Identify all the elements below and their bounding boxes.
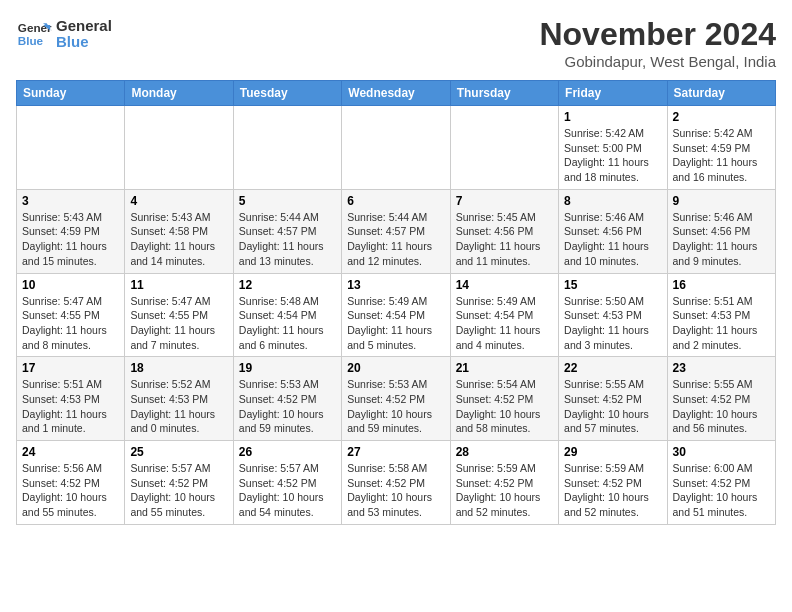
day-number: 10	[22, 278, 119, 292]
logo-icon: General Blue	[16, 16, 52, 52]
day-number: 15	[564, 278, 661, 292]
day-info: Sunrise: 5:43 AM Sunset: 4:59 PM Dayligh…	[22, 210, 119, 269]
day-info: Sunrise: 5:55 AM Sunset: 4:52 PM Dayligh…	[564, 377, 661, 436]
day-number: 27	[347, 445, 444, 459]
day-info: Sunrise: 5:45 AM Sunset: 4:56 PM Dayligh…	[456, 210, 553, 269]
day-info: Sunrise: 5:58 AM Sunset: 4:52 PM Dayligh…	[347, 461, 444, 520]
calendar-cell: 26Sunrise: 5:57 AM Sunset: 4:52 PM Dayli…	[233, 441, 341, 525]
title-block: November 2024 Gobindapur, West Bengal, I…	[539, 16, 776, 70]
day-info: Sunrise: 5:48 AM Sunset: 4:54 PM Dayligh…	[239, 294, 336, 353]
calendar-week-row: 3Sunrise: 5:43 AM Sunset: 4:59 PM Daylig…	[17, 189, 776, 273]
day-info: Sunrise: 5:44 AM Sunset: 4:57 PM Dayligh…	[239, 210, 336, 269]
day-info: Sunrise: 5:53 AM Sunset: 4:52 PM Dayligh…	[239, 377, 336, 436]
calendar-cell: 24Sunrise: 5:56 AM Sunset: 4:52 PM Dayli…	[17, 441, 125, 525]
day-number: 29	[564, 445, 661, 459]
day-number: 23	[673, 361, 770, 375]
calendar-cell: 6Sunrise: 5:44 AM Sunset: 4:57 PM Daylig…	[342, 189, 450, 273]
weekday-header: Saturday	[667, 81, 775, 106]
calendar-cell: 3Sunrise: 5:43 AM Sunset: 4:59 PM Daylig…	[17, 189, 125, 273]
day-info: Sunrise: 5:59 AM Sunset: 4:52 PM Dayligh…	[564, 461, 661, 520]
day-number: 24	[22, 445, 119, 459]
logo-line2: Blue	[56, 34, 112, 51]
day-info: Sunrise: 5:52 AM Sunset: 4:53 PM Dayligh…	[130, 377, 227, 436]
day-info: Sunrise: 5:51 AM Sunset: 4:53 PM Dayligh…	[22, 377, 119, 436]
calendar-week-row: 17Sunrise: 5:51 AM Sunset: 4:53 PM Dayli…	[17, 357, 776, 441]
calendar-table: SundayMondayTuesdayWednesdayThursdayFrid…	[16, 80, 776, 525]
svg-text:Blue: Blue	[18, 34, 44, 47]
calendar-week-row: 10Sunrise: 5:47 AM Sunset: 4:55 PM Dayli…	[17, 273, 776, 357]
day-info: Sunrise: 5:56 AM Sunset: 4:52 PM Dayligh…	[22, 461, 119, 520]
day-info: Sunrise: 5:43 AM Sunset: 4:58 PM Dayligh…	[130, 210, 227, 269]
calendar-cell: 21Sunrise: 5:54 AM Sunset: 4:52 PM Dayli…	[450, 357, 558, 441]
page-header: General Blue General Blue November 2024 …	[16, 16, 776, 70]
day-info: Sunrise: 5:49 AM Sunset: 4:54 PM Dayligh…	[347, 294, 444, 353]
day-info: Sunrise: 5:42 AM Sunset: 5:00 PM Dayligh…	[564, 126, 661, 185]
day-info: Sunrise: 6:00 AM Sunset: 4:52 PM Dayligh…	[673, 461, 770, 520]
day-info: Sunrise: 5:46 AM Sunset: 4:56 PM Dayligh…	[673, 210, 770, 269]
calendar-cell: 2Sunrise: 5:42 AM Sunset: 4:59 PM Daylig…	[667, 106, 775, 190]
day-number: 19	[239, 361, 336, 375]
calendar-cell: 8Sunrise: 5:46 AM Sunset: 4:56 PM Daylig…	[559, 189, 667, 273]
calendar-header-row: SundayMondayTuesdayWednesdayThursdayFrid…	[17, 81, 776, 106]
day-number: 7	[456, 194, 553, 208]
weekday-header: Wednesday	[342, 81, 450, 106]
day-number: 14	[456, 278, 553, 292]
day-number: 2	[673, 110, 770, 124]
location: Gobindapur, West Bengal, India	[539, 53, 776, 70]
logo-line1: General	[56, 18, 112, 35]
day-info: Sunrise: 5:42 AM Sunset: 4:59 PM Dayligh…	[673, 126, 770, 185]
calendar-cell: 17Sunrise: 5:51 AM Sunset: 4:53 PM Dayli…	[17, 357, 125, 441]
logo: General Blue General Blue	[16, 16, 112, 52]
calendar-cell: 30Sunrise: 6:00 AM Sunset: 4:52 PM Dayli…	[667, 441, 775, 525]
calendar-cell: 11Sunrise: 5:47 AM Sunset: 4:55 PM Dayli…	[125, 273, 233, 357]
day-number: 21	[456, 361, 553, 375]
day-info: Sunrise: 5:47 AM Sunset: 4:55 PM Dayligh…	[22, 294, 119, 353]
day-info: Sunrise: 5:53 AM Sunset: 4:52 PM Dayligh…	[347, 377, 444, 436]
day-number: 5	[239, 194, 336, 208]
calendar-cell: 1Sunrise: 5:42 AM Sunset: 5:00 PM Daylig…	[559, 106, 667, 190]
day-number: 12	[239, 278, 336, 292]
day-number: 30	[673, 445, 770, 459]
calendar-cell: 5Sunrise: 5:44 AM Sunset: 4:57 PM Daylig…	[233, 189, 341, 273]
weekday-header: Monday	[125, 81, 233, 106]
day-info: Sunrise: 5:57 AM Sunset: 4:52 PM Dayligh…	[239, 461, 336, 520]
day-info: Sunrise: 5:54 AM Sunset: 4:52 PM Dayligh…	[456, 377, 553, 436]
day-number: 28	[456, 445, 553, 459]
day-number: 17	[22, 361, 119, 375]
weekday-header: Thursday	[450, 81, 558, 106]
day-info: Sunrise: 5:57 AM Sunset: 4:52 PM Dayligh…	[130, 461, 227, 520]
day-number: 8	[564, 194, 661, 208]
calendar-cell: 28Sunrise: 5:59 AM Sunset: 4:52 PM Dayli…	[450, 441, 558, 525]
day-info: Sunrise: 5:55 AM Sunset: 4:52 PM Dayligh…	[673, 377, 770, 436]
day-info: Sunrise: 5:47 AM Sunset: 4:55 PM Dayligh…	[130, 294, 227, 353]
calendar-cell: 10Sunrise: 5:47 AM Sunset: 4:55 PM Dayli…	[17, 273, 125, 357]
calendar-cell: 9Sunrise: 5:46 AM Sunset: 4:56 PM Daylig…	[667, 189, 775, 273]
day-number: 6	[347, 194, 444, 208]
calendar-cell: 15Sunrise: 5:50 AM Sunset: 4:53 PM Dayli…	[559, 273, 667, 357]
calendar-cell	[342, 106, 450, 190]
calendar-cell	[233, 106, 341, 190]
day-number: 4	[130, 194, 227, 208]
calendar-week-row: 1Sunrise: 5:42 AM Sunset: 5:00 PM Daylig…	[17, 106, 776, 190]
calendar-cell: 12Sunrise: 5:48 AM Sunset: 4:54 PM Dayli…	[233, 273, 341, 357]
day-number: 13	[347, 278, 444, 292]
calendar-cell: 25Sunrise: 5:57 AM Sunset: 4:52 PM Dayli…	[125, 441, 233, 525]
calendar-cell: 29Sunrise: 5:59 AM Sunset: 4:52 PM Dayli…	[559, 441, 667, 525]
day-number: 11	[130, 278, 227, 292]
calendar-cell	[125, 106, 233, 190]
day-number: 20	[347, 361, 444, 375]
weekday-header: Sunday	[17, 81, 125, 106]
calendar-cell: 14Sunrise: 5:49 AM Sunset: 4:54 PM Dayli…	[450, 273, 558, 357]
day-info: Sunrise: 5:46 AM Sunset: 4:56 PM Dayligh…	[564, 210, 661, 269]
calendar-cell: 13Sunrise: 5:49 AM Sunset: 4:54 PM Dayli…	[342, 273, 450, 357]
calendar-cell	[17, 106, 125, 190]
month-title: November 2024	[539, 16, 776, 53]
calendar-cell: 23Sunrise: 5:55 AM Sunset: 4:52 PM Dayli…	[667, 357, 775, 441]
calendar-cell	[450, 106, 558, 190]
calendar-cell: 20Sunrise: 5:53 AM Sunset: 4:52 PM Dayli…	[342, 357, 450, 441]
calendar-cell: 22Sunrise: 5:55 AM Sunset: 4:52 PM Dayli…	[559, 357, 667, 441]
day-info: Sunrise: 5:49 AM Sunset: 4:54 PM Dayligh…	[456, 294, 553, 353]
day-number: 22	[564, 361, 661, 375]
weekday-header: Tuesday	[233, 81, 341, 106]
day-info: Sunrise: 5:50 AM Sunset: 4:53 PM Dayligh…	[564, 294, 661, 353]
